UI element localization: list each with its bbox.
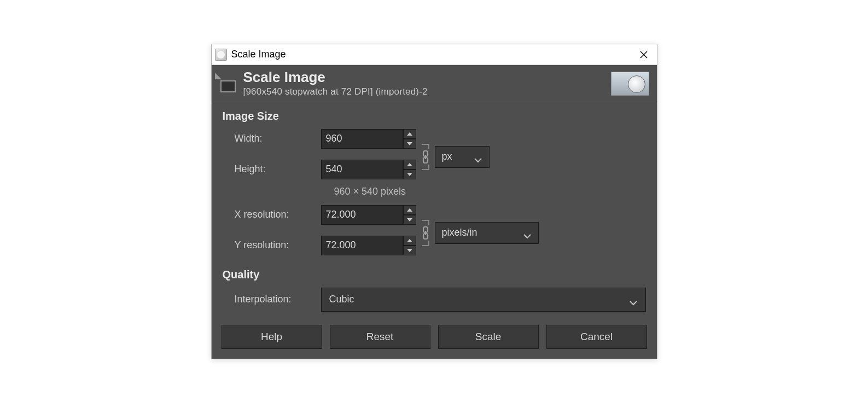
size-unit-value: px <box>442 151 452 162</box>
help-button[interactable]: Help <box>222 325 322 349</box>
height-spin-up[interactable] <box>403 160 416 170</box>
width-input[interactable] <box>321 129 403 149</box>
width-label: Width: <box>223 133 321 144</box>
dialog-body: Scale Image [960x540 stopwatch at 72 DPI… <box>212 65 657 359</box>
xres-label: X resolution: <box>223 209 321 220</box>
scale-button[interactable]: Scale <box>438 325 539 349</box>
xres-spin-down[interactable] <box>403 215 416 225</box>
header-title: Scale Image <box>243 69 611 85</box>
height-spin-down[interactable] <box>403 170 416 179</box>
interpolation-select[interactable]: Cubic <box>321 288 646 312</box>
resolution-unit-value: pixels/in <box>442 227 477 238</box>
scale-icon <box>215 73 238 95</box>
close-icon <box>640 51 648 59</box>
chevron-down-icon <box>523 230 532 236</box>
header-subtitle: [960x540 stopwatch at 72 DPI] (imported)… <box>243 86 611 97</box>
svg-marker-12 <box>407 249 412 252</box>
yres-spin-up[interactable] <box>403 236 416 246</box>
yres-input[interactable] <box>321 236 403 255</box>
image-size-section: Image Size Width: Hei <box>212 102 657 261</box>
chain-icon <box>421 226 430 240</box>
resolution-link-toggle[interactable] <box>421 226 430 240</box>
yres-spin-down[interactable] <box>403 246 416 255</box>
close-button[interactable] <box>631 44 657 65</box>
xres-spin-up[interactable] <box>403 205 416 215</box>
svg-marker-4 <box>407 163 412 166</box>
svg-marker-5 <box>407 173 412 176</box>
size-readout: 960 × 540 pixels <box>223 186 646 197</box>
svg-marker-2 <box>407 132 412 136</box>
height-label: Height: <box>223 163 321 175</box>
size-link-toggle[interactable] <box>421 150 430 163</box>
scale-image-dialog: Scale Image Scale Image [960x540 stopwat… <box>211 44 657 359</box>
width-spin-up[interactable] <box>403 129 416 139</box>
cancel-button[interactable]: Cancel <box>546 325 647 349</box>
window-title: Scale Image <box>231 49 631 60</box>
svg-marker-10 <box>407 218 412 221</box>
chevron-down-icon <box>629 297 638 302</box>
chevron-down-icon <box>474 154 482 160</box>
titlebar: Scale Image <box>212 44 657 65</box>
height-input[interactable] <box>321 160 403 179</box>
dialog-header: Scale Image [960x540 stopwatch at 72 DPI… <box>212 65 657 102</box>
yres-label: Y resolution: <box>223 240 321 251</box>
size-unit-select[interactable]: px <box>435 146 490 168</box>
svg-marker-11 <box>407 239 412 242</box>
quality-section: Quality Interpolation: Cubic <box>212 261 657 312</box>
xres-input[interactable] <box>321 205 403 225</box>
width-spin-down[interactable] <box>403 139 416 149</box>
dialog-button-row: Help Reset Scale Cancel <box>212 312 657 359</box>
svg-marker-3 <box>407 142 412 145</box>
interpolation-value: Cubic <box>329 294 354 305</box>
image-size-title: Image Size <box>223 110 646 122</box>
quality-title: Quality <box>223 268 646 281</box>
resolution-unit-select[interactable]: pixels/in <box>435 222 539 244</box>
interpolation-label: Interpolation: <box>223 294 321 305</box>
svg-marker-9 <box>407 208 412 212</box>
app-icon <box>215 49 227 61</box>
image-thumbnail <box>611 72 649 96</box>
chain-icon <box>421 150 430 163</box>
reset-button[interactable]: Reset <box>330 325 430 349</box>
